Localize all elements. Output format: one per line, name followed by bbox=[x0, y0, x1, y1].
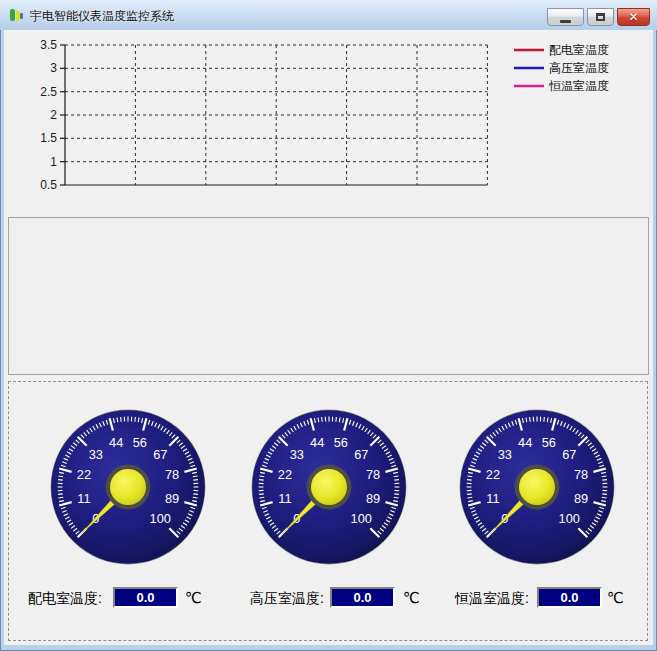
gauge-hub bbox=[311, 469, 347, 505]
chart-y-axis-labels: 3.5 3 2.5 2 1.5 1 0.5 bbox=[40, 38, 57, 192]
gauge-value-label-1: 配电室温度: bbox=[28, 590, 102, 608]
close-icon: ✕ bbox=[628, 11, 638, 23]
y-tick-label: 0.5 bbox=[40, 178, 57, 192]
gauge-dial-2: 01122334456677889100 bbox=[249, 407, 409, 567]
app-window: 宇电智能仪表温度监控系统 ✕ bbox=[0, 0, 657, 651]
gauge-hub bbox=[519, 469, 555, 505]
legend-label: 高压室温度 bbox=[549, 60, 609, 77]
legend-label: 恒温室温度 bbox=[549, 78, 609, 95]
gauge-scale-label: 100 bbox=[150, 511, 171, 526]
y-tick-label: 1 bbox=[50, 155, 57, 169]
gauge-scale-label: 11 bbox=[278, 491, 291, 506]
gauge-dial-3: 01122334456677889100 bbox=[457, 407, 617, 567]
gauge-scale-label: 67 bbox=[153, 447, 167, 462]
gauge-scale-label: 89 bbox=[574, 491, 588, 506]
legend-item: 恒温室温度 bbox=[514, 77, 609, 95]
gauge-value-label-2: 高压室温度: bbox=[250, 590, 324, 608]
gauge-scale-label: 78 bbox=[165, 467, 179, 482]
gauge-scale-label: 44 bbox=[109, 435, 123, 450]
y-tick-label: 3.5 bbox=[40, 38, 57, 52]
gauge-dial-1: 01122334456677889100 bbox=[48, 407, 208, 567]
gauge-value-display-2: 0.0 bbox=[330, 587, 395, 608]
chart-gridlines bbox=[65, 45, 487, 185]
close-button[interactable]: ✕ bbox=[617, 8, 650, 26]
gauge-scale-label: 100 bbox=[351, 511, 372, 526]
legend-item: 高压室温度 bbox=[514, 59, 609, 77]
gauge-scale-label: 33 bbox=[290, 447, 304, 462]
y-tick-label: 2.5 bbox=[40, 85, 57, 99]
gauge-unit-2: ℃ bbox=[403, 589, 420, 607]
gauge-scale-label: 78 bbox=[366, 467, 380, 482]
gauge-scale-label: 33 bbox=[89, 447, 103, 462]
gauge-value-label-3: 恒温室温度: bbox=[455, 590, 529, 608]
legend-item: 配电室温度 bbox=[514, 41, 609, 59]
gauge-scale-label: 56 bbox=[542, 435, 556, 450]
y-tick-label: 1.5 bbox=[40, 131, 57, 145]
gauge-scale-label: 11 bbox=[77, 491, 90, 506]
chart-axes bbox=[60, 45, 487, 185]
minimize-button[interactable] bbox=[547, 8, 584, 26]
window-title: 宇电智能仪表温度监控系统 bbox=[30, 8, 174, 25]
gauge-scale-label: 11 bbox=[486, 491, 499, 506]
trend-chart: 3.5 3 2.5 2 1.5 1 0.5 bbox=[20, 36, 505, 196]
gauge-scale-label: 22 bbox=[486, 467, 500, 482]
gauge-scale-label: 67 bbox=[354, 447, 368, 462]
legend-label: 配电室温度 bbox=[549, 42, 609, 59]
gauge-unit-3: ℃ bbox=[607, 589, 624, 607]
title-bar[interactable]: 宇电智能仪表温度监控系统 ✕ bbox=[0, 0, 657, 30]
minimize-icon bbox=[560, 20, 571, 23]
gauge-scale-label: 22 bbox=[77, 467, 91, 482]
gauge-scale-label: 22 bbox=[278, 467, 292, 482]
message-panel bbox=[8, 217, 649, 375]
gauge-scale-label: 44 bbox=[310, 435, 324, 450]
gauge-unit-1: ℃ bbox=[185, 589, 202, 607]
gauge-scale-label: 67 bbox=[562, 447, 576, 462]
gauge-scale-label: 56 bbox=[334, 435, 348, 450]
maximize-button[interactable] bbox=[587, 8, 614, 26]
y-tick-label: 2 bbox=[50, 108, 57, 122]
app-icon bbox=[9, 7, 25, 23]
gauge-scale-label: 89 bbox=[366, 491, 380, 506]
gauge-scale-label: 89 bbox=[165, 491, 179, 506]
gauge-hub bbox=[110, 469, 146, 505]
maximize-icon bbox=[596, 13, 605, 21]
gauge-scale-label: 44 bbox=[518, 435, 532, 450]
chart-legend: 配电室温度 高压室温度 恒温室温度 bbox=[514, 41, 609, 95]
gauge-scale-label: 100 bbox=[559, 511, 580, 526]
gauge-value-display-1: 0.0 bbox=[113, 587, 178, 608]
gauge-scale-label: 33 bbox=[498, 447, 512, 462]
gauge-value-display-3: 0.0 bbox=[537, 587, 602, 608]
gauge-scale-label: 78 bbox=[574, 467, 588, 482]
gauge-scale-label: 56 bbox=[133, 435, 147, 450]
y-tick-label: 3 bbox=[50, 61, 57, 75]
